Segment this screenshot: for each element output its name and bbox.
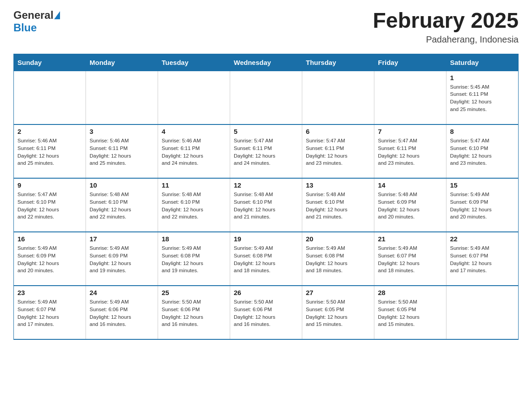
col-sunday: Sunday [14, 54, 86, 71]
month-title: February 2025 [373, 9, 519, 33]
calendar-day-cell: 7Sunrise: 5:47 AM Sunset: 6:11 PM Daylig… [374, 124, 446, 178]
calendar-day-cell [86, 71, 158, 124]
day-number: 2 [17, 128, 82, 135]
col-friday: Friday [374, 54, 446, 71]
calendar-day-cell: 27Sunrise: 5:50 AM Sunset: 6:05 PM Dayli… [302, 286, 374, 339]
day-number: 16 [17, 235, 82, 243]
day-info: Sunrise: 5:49 AM Sunset: 6:06 PM Dayligh… [90, 298, 154, 328]
calendar-day-cell: 1Sunrise: 5:45 AM Sunset: 6:11 PM Daylig… [446, 71, 519, 124]
col-saturday: Saturday [446, 54, 519, 71]
calendar-day-cell: 4Sunrise: 5:46 AM Sunset: 6:11 PM Daylig… [158, 124, 230, 178]
col-wednesday: Wednesday [230, 54, 302, 71]
day-number: 22 [450, 235, 515, 243]
calendar-day-cell [14, 71, 86, 124]
day-number: 8 [450, 128, 515, 135]
calendar-day-cell: 16Sunrise: 5:49 AM Sunset: 6:09 PM Dayli… [14, 232, 86, 286]
calendar-week-row: 23Sunrise: 5:49 AM Sunset: 6:07 PM Dayli… [14, 286, 519, 339]
logo-triangle-icon [54, 11, 60, 19]
day-info: Sunrise: 5:47 AM Sunset: 6:10 PM Dayligh… [450, 137, 515, 167]
calendar-day-cell: 8Sunrise: 5:47 AM Sunset: 6:10 PM Daylig… [446, 124, 519, 178]
logo: General Blue [13, 9, 60, 34]
calendar-day-cell: 20Sunrise: 5:49 AM Sunset: 6:08 PM Dayli… [302, 232, 374, 286]
day-info: Sunrise: 5:47 AM Sunset: 6:10 PM Dayligh… [17, 191, 82, 221]
day-number: 19 [234, 235, 298, 243]
day-info: Sunrise: 5:49 AM Sunset: 6:07 PM Dayligh… [378, 244, 442, 274]
day-info: Sunrise: 5:50 AM Sunset: 6:06 PM Dayligh… [234, 298, 298, 328]
calendar-day-cell: 2Sunrise: 5:46 AM Sunset: 6:11 PM Daylig… [14, 124, 86, 178]
day-info: Sunrise: 5:49 AM Sunset: 6:08 PM Dayligh… [162, 244, 226, 274]
day-info: Sunrise: 5:47 AM Sunset: 6:11 PM Dayligh… [378, 137, 442, 167]
day-number: 13 [306, 181, 370, 189]
calendar-day-cell: 5Sunrise: 5:47 AM Sunset: 6:11 PM Daylig… [230, 124, 302, 178]
day-info: Sunrise: 5:50 AM Sunset: 6:05 PM Dayligh… [378, 298, 442, 328]
day-number: 23 [17, 289, 82, 296]
calendar-day-cell: 19Sunrise: 5:49 AM Sunset: 6:08 PM Dayli… [230, 232, 302, 286]
day-number: 25 [162, 289, 226, 296]
calendar-day-cell: 9Sunrise: 5:47 AM Sunset: 6:10 PM Daylig… [14, 178, 86, 232]
day-info: Sunrise: 5:46 AM Sunset: 6:11 PM Dayligh… [90, 137, 154, 167]
calendar-day-cell: 25Sunrise: 5:50 AM Sunset: 6:06 PM Dayli… [158, 286, 230, 339]
calendar-day-cell: 12Sunrise: 5:48 AM Sunset: 6:10 PM Dayli… [230, 178, 302, 232]
calendar-day-cell: 18Sunrise: 5:49 AM Sunset: 6:08 PM Dayli… [158, 232, 230, 286]
day-info: Sunrise: 5:48 AM Sunset: 6:09 PM Dayligh… [378, 191, 442, 221]
calendar-day-cell: 6Sunrise: 5:47 AM Sunset: 6:11 PM Daylig… [302, 124, 374, 178]
day-info: Sunrise: 5:46 AM Sunset: 6:11 PM Dayligh… [17, 137, 82, 167]
col-monday: Monday [86, 54, 158, 71]
day-number: 17 [90, 235, 154, 243]
day-number: 11 [162, 181, 226, 189]
calendar-day-cell: 3Sunrise: 5:46 AM Sunset: 6:11 PM Daylig… [86, 124, 158, 178]
calendar-day-cell: 17Sunrise: 5:49 AM Sunset: 6:09 PM Dayli… [86, 232, 158, 286]
calendar-table: Sunday Monday Tuesday Wednesday Thursday… [13, 54, 519, 340]
day-info: Sunrise: 5:49 AM Sunset: 6:08 PM Dayligh… [306, 244, 370, 274]
page-header: General Blue February 2025 Padaherang, I… [13, 9, 519, 45]
calendar-day-cell [230, 71, 302, 124]
calendar-day-cell: 14Sunrise: 5:48 AM Sunset: 6:09 PM Dayli… [374, 178, 446, 232]
calendar-day-cell: 21Sunrise: 5:49 AM Sunset: 6:07 PM Dayli… [374, 232, 446, 286]
calendar-day-cell [446, 286, 519, 339]
logo-general-text: General [13, 9, 53, 21]
day-info: Sunrise: 5:46 AM Sunset: 6:11 PM Dayligh… [162, 137, 226, 167]
calendar-day-cell: 15Sunrise: 5:49 AM Sunset: 6:09 PM Dayli… [446, 178, 519, 232]
day-number: 3 [90, 128, 154, 135]
day-number: 4 [162, 128, 226, 135]
day-number: 9 [17, 181, 82, 189]
day-info: Sunrise: 5:48 AM Sunset: 6:10 PM Dayligh… [306, 191, 370, 221]
title-section: February 2025 Padaherang, Indonesia [373, 9, 519, 45]
day-number: 24 [90, 289, 154, 296]
calendar-week-row: 2Sunrise: 5:46 AM Sunset: 6:11 PM Daylig… [14, 124, 519, 178]
day-info: Sunrise: 5:49 AM Sunset: 6:09 PM Dayligh… [90, 244, 154, 274]
col-thursday: Thursday [302, 54, 374, 71]
calendar-day-cell: 28Sunrise: 5:50 AM Sunset: 6:05 PM Dayli… [374, 286, 446, 339]
calendar-day-cell: 26Sunrise: 5:50 AM Sunset: 6:06 PM Dayli… [230, 286, 302, 339]
day-info: Sunrise: 5:49 AM Sunset: 6:08 PM Dayligh… [234, 244, 298, 274]
calendar-header-row: Sunday Monday Tuesday Wednesday Thursday… [14, 54, 519, 71]
day-info: Sunrise: 5:50 AM Sunset: 6:06 PM Dayligh… [162, 298, 226, 328]
day-info: Sunrise: 5:49 AM Sunset: 6:09 PM Dayligh… [17, 244, 82, 274]
day-number: 18 [162, 235, 226, 243]
day-info: Sunrise: 5:48 AM Sunset: 6:10 PM Dayligh… [90, 191, 154, 221]
day-info: Sunrise: 5:49 AM Sunset: 6:07 PM Dayligh… [450, 244, 515, 274]
day-number: 14 [378, 181, 442, 189]
day-number: 7 [378, 128, 442, 135]
calendar-day-cell: 10Sunrise: 5:48 AM Sunset: 6:10 PM Dayli… [86, 178, 158, 232]
day-info: Sunrise: 5:48 AM Sunset: 6:10 PM Dayligh… [162, 191, 226, 221]
col-tuesday: Tuesday [158, 54, 230, 71]
calendar-day-cell [158, 71, 230, 124]
day-info: Sunrise: 5:47 AM Sunset: 6:11 PM Dayligh… [234, 137, 298, 167]
calendar-day-cell [302, 71, 374, 124]
calendar-day-cell [374, 71, 446, 124]
day-info: Sunrise: 5:49 AM Sunset: 6:07 PM Dayligh… [17, 298, 82, 328]
day-number: 1 [450, 74, 515, 81]
calendar-day-cell: 13Sunrise: 5:48 AM Sunset: 6:10 PM Dayli… [302, 178, 374, 232]
day-info: Sunrise: 5:50 AM Sunset: 6:05 PM Dayligh… [306, 298, 370, 328]
calendar-week-row: 1Sunrise: 5:45 AM Sunset: 6:11 PM Daylig… [14, 71, 519, 124]
day-number: 27 [306, 289, 370, 296]
calendar-week-row: 9Sunrise: 5:47 AM Sunset: 6:10 PM Daylig… [14, 178, 519, 232]
calendar-day-cell: 11Sunrise: 5:48 AM Sunset: 6:10 PM Dayli… [158, 178, 230, 232]
day-info: Sunrise: 5:49 AM Sunset: 6:09 PM Dayligh… [450, 191, 515, 221]
day-info: Sunrise: 5:48 AM Sunset: 6:10 PM Dayligh… [234, 191, 298, 221]
calendar-day-cell: 24Sunrise: 5:49 AM Sunset: 6:06 PM Dayli… [86, 286, 158, 339]
day-number: 6 [306, 128, 370, 135]
day-number: 10 [90, 181, 154, 189]
day-number: 15 [450, 181, 515, 189]
